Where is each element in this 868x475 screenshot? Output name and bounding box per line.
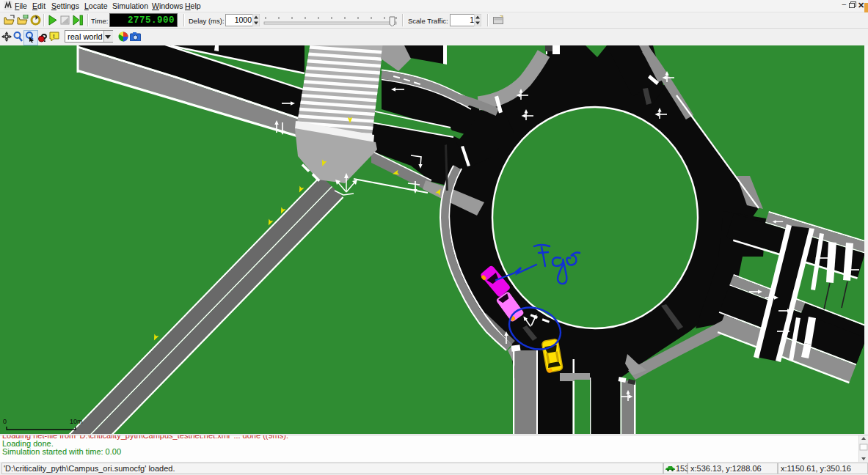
svg-text:!: ! [53,33,55,40]
svg-text:0: 0 [3,418,7,425]
svg-text:10m: 10m [70,418,83,425]
